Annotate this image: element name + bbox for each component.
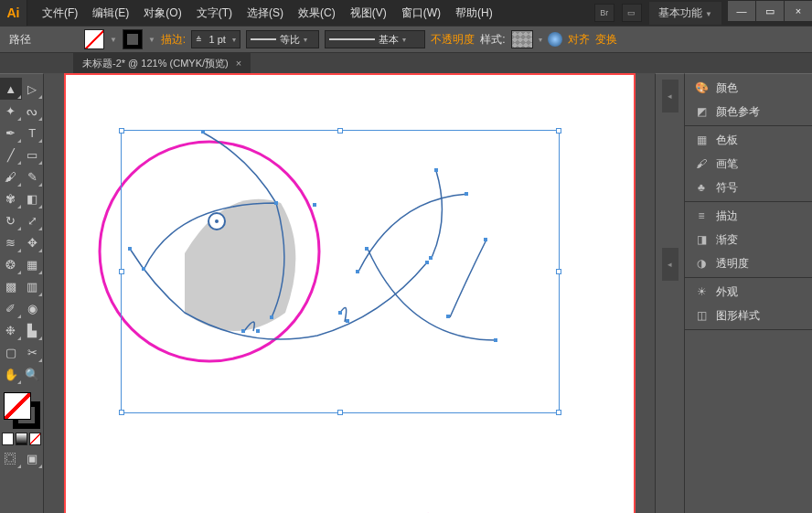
selection-bounding-box[interactable] bbox=[121, 130, 560, 413]
width-tool[interactable]: ≋ bbox=[0, 231, 22, 253]
pen-tool[interactable]: ✒ bbox=[0, 122, 22, 144]
window-minimize-button[interactable]: — bbox=[728, 1, 755, 21]
panel-color-guide[interactable]: ◩颜色参考 bbox=[685, 100, 812, 123]
color-mode-gradient[interactable] bbox=[16, 433, 27, 445]
blob-brush-tool[interactable]: ✾ bbox=[0, 187, 22, 209]
panel-label: 符号 bbox=[716, 180, 738, 196]
symbol-sprayer-tool[interactable]: ❉ bbox=[0, 319, 22, 341]
stroke-swatch[interactable] bbox=[123, 29, 143, 49]
right-panel-dock: 🎨颜色 ◩颜色参考 ▦色板 🖌画笔 ♣符号 ≡描边 ◨渐变 ◑透明度 ☀外观 ◫… bbox=[684, 73, 812, 513]
window-close-button[interactable]: × bbox=[785, 1, 812, 21]
bridge-button[interactable]: Br bbox=[594, 4, 614, 22]
selection-handle-nw[interactable] bbox=[119, 128, 124, 134]
rectangle-tool[interactable]: ▭ bbox=[22, 144, 44, 166]
graphic-style-thumbnail[interactable] bbox=[511, 30, 533, 48]
close-icon[interactable]: × bbox=[236, 58, 241, 69]
slice-tool[interactable]: ✂ bbox=[22, 341, 44, 363]
panel-stroke[interactable]: ≡描边 bbox=[685, 204, 812, 228]
zoom-tool[interactable]: 🔍 bbox=[22, 363, 44, 385]
panel-graphic-styles[interactable]: ◫图形样式 bbox=[685, 304, 812, 327]
artboard-tool[interactable]: ▢ bbox=[0, 341, 22, 363]
menu-edit[interactable]: 编辑(E) bbox=[85, 0, 136, 27]
panel-color[interactable]: 🎨颜色 bbox=[685, 76, 812, 100]
menu-effect[interactable]: 效果(C) bbox=[291, 0, 343, 27]
stroke-label[interactable]: 描边: bbox=[161, 32, 186, 48]
selection-handle-s[interactable] bbox=[337, 410, 343, 415]
chevron-down-icon[interactable]: ▼ bbox=[110, 36, 117, 44]
menu-file[interactable]: 文件(F) bbox=[35, 0, 85, 27]
lasso-tool[interactable]: ᔓ bbox=[22, 100, 44, 122]
palette-icon: 🎨 bbox=[694, 80, 709, 95]
panel-appearance[interactable]: ☀外观 bbox=[685, 280, 812, 304]
line-segment-tool[interactable]: ╱ bbox=[0, 144, 22, 166]
transform-label[interactable]: 变换 bbox=[595, 32, 617, 48]
window-maximize-button[interactable]: ▭ bbox=[756, 1, 784, 21]
brush-definition-dropdown[interactable]: 基本 ▾ bbox=[325, 30, 425, 48]
menu-select[interactable]: 选择(S) bbox=[240, 0, 291, 27]
workspace-switcher[interactable]: 基本功能 ▼ bbox=[649, 2, 721, 25]
arrange-documents-button[interactable]: ▭ bbox=[622, 4, 642, 22]
chevron-down-icon[interactable]: ▾ bbox=[539, 36, 542, 44]
drawing-mode-button[interactable]: ⿴ bbox=[0, 447, 22, 469]
artboard: 如上图所示，一一选择我们需要的部分 bbox=[64, 73, 636, 513]
magic-wand-tool[interactable]: ✦ bbox=[0, 100, 22, 122]
chevron-down-icon: ▾ bbox=[232, 36, 236, 44]
column-graph-tool[interactable]: ▙ bbox=[22, 319, 44, 341]
toolbox: ▲ ▷ ✦ ᔓ ✒ T ╱ ▭ 🖌 ✎ ✾ ◧ ↻ ⤢ ≋ ✥ bbox=[0, 73, 44, 513]
free-transform-tool[interactable]: ✥ bbox=[22, 231, 44, 253]
variable-width-profile-dropdown[interactable]: 等比 ▾ bbox=[246, 30, 319, 48]
menu-view[interactable]: 视图(V) bbox=[343, 0, 394, 27]
scale-tool[interactable]: ⤢ bbox=[22, 209, 44, 231]
dropdown-label: 等比 bbox=[280, 33, 300, 47]
panel-transparency[interactable]: ◑透明度 bbox=[685, 251, 812, 275]
perspective-grid-tool[interactable]: ▦ bbox=[22, 253, 44, 275]
menu-help[interactable]: 帮助(H) bbox=[448, 0, 500, 27]
hand-tool[interactable]: ✋ bbox=[0, 363, 22, 385]
panel-gradient[interactable]: ◨渐变 bbox=[685, 228, 812, 251]
chevron-down-icon[interactable]: ▼ bbox=[148, 36, 155, 44]
fill-swatch[interactable] bbox=[84, 29, 104, 49]
panel-brushes[interactable]: 🖌画笔 bbox=[685, 152, 812, 176]
selection-handle-ne[interactable] bbox=[556, 128, 561, 134]
rotate-tool[interactable]: ↻ bbox=[0, 209, 22, 231]
gradient-tool[interactable]: ▥ bbox=[22, 275, 44, 297]
menu-object[interactable]: 对象(O) bbox=[136, 0, 188, 27]
panel-expand-handle[interactable]: ◂ bbox=[662, 80, 678, 112]
eyedropper-tool[interactable]: ✐ bbox=[0, 297, 22, 319]
panel-group-color: 🎨颜色 ◩颜色参考 bbox=[685, 74, 812, 126]
opacity-label[interactable]: 不透明度 bbox=[431, 32, 475, 48]
panel-label: 颜色 bbox=[716, 80, 738, 96]
menu-type[interactable]: 文字(T) bbox=[189, 0, 240, 27]
recolor-artwork-icon[interactable] bbox=[548, 32, 562, 47]
direct-selection-tool[interactable]: ▷ bbox=[22, 78, 44, 100]
panel-label: 外观 bbox=[716, 284, 738, 300]
eraser-tool[interactable]: ◧ bbox=[22, 187, 44, 209]
fill-box[interactable] bbox=[4, 392, 31, 420]
pencil-tool[interactable]: ✎ bbox=[22, 166, 44, 187]
canvas-area[interactable]: 如上图所示，一一选择我们需要的部分 bbox=[44, 73, 655, 513]
selection-handle-se[interactable] bbox=[556, 410, 561, 415]
selection-handle-n[interactable] bbox=[337, 128, 343, 134]
type-tool[interactable]: T bbox=[22, 122, 44, 144]
menu-window[interactable]: 窗口(W) bbox=[394, 0, 448, 27]
align-label[interactable]: 对齐 bbox=[568, 32, 590, 48]
selection-handle-e[interactable] bbox=[556, 269, 561, 274]
stroke-icon: ≡ bbox=[694, 208, 709, 223]
panel-expand-handle[interactable]: ◂ bbox=[662, 248, 678, 281]
menubar: 文件(F) 编辑(E) 对象(O) 文字(T) 选择(S) 效果(C) 视图(V… bbox=[27, 0, 594, 26]
screen-mode-button[interactable]: ▣ bbox=[22, 447, 44, 469]
fill-stroke-indicator[interactable] bbox=[0, 390, 44, 431]
panel-swatches[interactable]: ▦色板 bbox=[685, 128, 812, 152]
shape-builder-tool[interactable]: ❂ bbox=[0, 253, 22, 275]
mesh-tool[interactable]: ▩ bbox=[0, 275, 22, 297]
selection-handle-sw[interactable] bbox=[119, 410, 124, 415]
selection-handle-w[interactable] bbox=[119, 269, 124, 274]
paintbrush-tool[interactable]: 🖌 bbox=[0, 166, 22, 187]
blend-tool[interactable]: ◉ bbox=[22, 297, 44, 319]
panel-symbols[interactable]: ♣符号 bbox=[685, 176, 812, 199]
color-mode-none[interactable] bbox=[29, 433, 41, 445]
selection-tool[interactable]: ▲ bbox=[0, 78, 22, 100]
document-tab[interactable]: 未标题-2* @ 121% (CMYK/预览) × bbox=[73, 53, 251, 73]
stroke-weight-input[interactable]: ≙ 1 pt ▾ bbox=[191, 30, 240, 48]
color-mode-solid[interactable] bbox=[2, 433, 14, 445]
